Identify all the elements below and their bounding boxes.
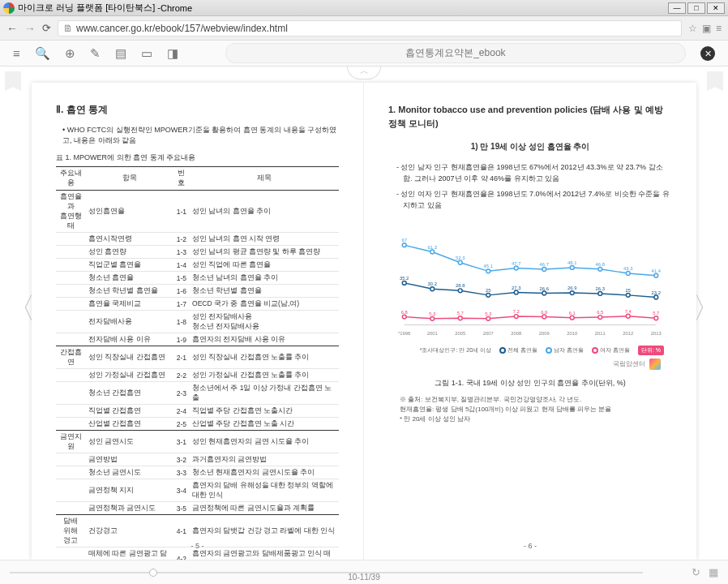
table-cell: 청소년 남녀의 흡연율 추이 (190, 272, 339, 285)
window-close-button[interactable]: ✕ (707, 2, 725, 14)
next-page-button[interactable]: 〉 (692, 289, 722, 328)
star-icon[interactable]: ☆ (688, 23, 697, 34)
svg-text:7.4: 7.4 (625, 309, 632, 314)
table-cell: 직업별 간접흡연 (86, 405, 173, 418)
table-cell: 청소년에서 주 1일 이상 가정내 간접흡연 노출 (190, 382, 339, 405)
page-indicator: 10-11/39 (348, 573, 379, 582)
bookmark-right-icon[interactable] (707, 71, 723, 91)
table-row: 흡연율과 흡연행태성인흡연율1-1성인 남녀의 흡연율 추이 (56, 191, 339, 233)
slider-thumb-icon[interactable] (149, 569, 157, 577)
svg-text:25: 25 (626, 288, 631, 293)
table-cell: 금연정책에 따른 금연시도율과 계획률 (190, 502, 339, 515)
svg-text:47.7: 47.7 (512, 261, 520, 266)
table-header: 번호 (173, 167, 190, 191)
extension-icon[interactable]: ▣ (702, 23, 711, 34)
svg-text:61.3: 61.3 (428, 245, 437, 250)
table-cell: 1-5 (173, 272, 190, 285)
svg-point-33 (430, 287, 435, 291)
table-cell: 성인 가정실내 간접흡연 (86, 369, 173, 382)
table-cell: 청소년 금연시도 (86, 466, 173, 479)
table-cell: 1-6 (173, 285, 190, 298)
reload-icon[interactable]: ⟳ (42, 22, 51, 34)
table-row: 전자담배 사용 이유1-9흡연자의 전자담배 사용 이유 (56, 333, 339, 346)
menu-icon[interactable]: ≡ (716, 23, 722, 34)
table-row: 직업별 간접흡연2-4직업별 주당 간접흡연 노출시간 (56, 405, 339, 418)
page-number-left: - 5 - (32, 542, 363, 550)
svg-text:5.7: 5.7 (457, 311, 464, 316)
svg-point-53 (430, 316, 435, 320)
svg-text:5.7: 5.7 (653, 311, 659, 316)
search-icon[interactable]: 🔍 (35, 46, 50, 61)
table-cell (56, 418, 86, 431)
page-left: Ⅱ. 흡연 통계 • WHO FCTC의 실행전략인 MPOWER기준을 활용하… (32, 83, 364, 560)
table-cell: 금연방법 (86, 453, 173, 466)
close-doc-button[interactable]: ✕ (700, 46, 715, 61)
url-field[interactable]: 🗎 www.cancer.go.kr/ebook/157/webview/ind… (58, 20, 682, 36)
svg-point-25 (598, 267, 602, 271)
svg-point-13 (430, 250, 435, 254)
table-row: 성인 가정실내 간접흡연2-2성인 가정실내 간접흡연 노출률 추이 (56, 369, 339, 382)
table-cell: 성인 남녀의 흡연 시작 연령 (190, 233, 339, 246)
table-cell: 청소년 학년별 흡연율 (86, 285, 173, 298)
table-cell: 흡연자의 담배 유해성을 대한 정부의 역할에 대한 인식 (190, 479, 339, 502)
table-cell: 2-4 (173, 405, 190, 418)
table-cell: 1-3 (173, 246, 190, 259)
page-number-right: - 6 - (364, 542, 696, 550)
table-cell: 금연정책과 금연시도 (86, 502, 173, 515)
svg-point-37 (486, 293, 490, 297)
page-area: ︿ 〈 〉 Ⅱ. 흡연 통계 • WHO FCTC의 실행전략인 MPOWER기… (0, 67, 728, 560)
table-row: 청소년 금연시도3-3청소년 현재흡연자의 금연시도율 추이 (56, 466, 339, 479)
svg-text:27.3: 27.3 (512, 286, 520, 290)
dual-page-icon[interactable]: ◨ (167, 46, 178, 61)
bookmark-left-icon[interactable] (5, 71, 21, 91)
nav-forward-icon[interactable]: → (24, 22, 36, 35)
svg-text:2007: 2007 (483, 331, 494, 336)
single-page-icon[interactable]: ▭ (141, 46, 152, 61)
svg-point-67 (626, 314, 630, 318)
note-2: 현재흡연율: 평생 담배 5갑(100개비) 이상 피웠고 현재 담배를 피우는… (400, 405, 672, 414)
svg-text:41.4: 41.4 (652, 268, 662, 273)
table-cell (56, 233, 86, 246)
window-title-prefix: 마이크로 러닝 플랫폼 [타이탄북스] - (18, 2, 161, 14)
svg-text:2008: 2008 (511, 331, 521, 336)
window-maximize-button[interactable]: □ (687, 2, 705, 14)
grid-icon[interactable]: ▦ (709, 566, 718, 578)
svg-point-45 (598, 292, 602, 296)
refresh-icon[interactable]: ↻ (692, 566, 700, 578)
table-cell: 성인 직장실내 간접흡연 (86, 346, 173, 369)
chrome-favicon-icon (3, 2, 15, 14)
table-cell: 3-3 (173, 466, 190, 479)
page-icon: 🗎 (63, 23, 73, 34)
browser-titlebar: 마이크로 러닝 플랫폼 [타이탄북스] - Chrome — □ ✕ (0, 0, 728, 16)
svg-text:28.8: 28.8 (456, 283, 465, 288)
table-cell (56, 333, 86, 346)
section-title: Ⅱ. 흡연 통계 (56, 103, 339, 117)
table-cell (56, 272, 86, 285)
window-minimize-button[interactable]: — (668, 2, 686, 14)
svg-point-61 (542, 315, 546, 319)
svg-point-63 (570, 316, 574, 320)
add-icon[interactable]: ⊕ (65, 46, 75, 61)
svg-text:5.3: 5.3 (485, 311, 491, 316)
table-cell (56, 382, 86, 405)
table-cell: 2-1 (173, 346, 190, 369)
list-icon[interactable]: ▤ (115, 46, 126, 61)
svg-text:48.1: 48.1 (567, 260, 576, 265)
table-cell: 흡연율 국제비교 (86, 298, 173, 311)
svg-text:2013: 2013 (651, 331, 662, 336)
page-slider[interactable] (10, 572, 643, 573)
nav-back-icon[interactable]: ← (6, 22, 18, 35)
table-cell: 3-2 (173, 453, 190, 466)
bullet-2: - 성인 여자 인구 현재흡연율은 1998년도 7.0%에서 2012년 7.… (396, 189, 672, 211)
top-handle-icon[interactable]: ︿ (347, 67, 381, 79)
table-cell (56, 453, 86, 466)
note-3: * 만 20세 이상 성인 남자 (400, 414, 672, 424)
index-table: 주요내용항목번호제목 흡연율과 흡연행태성인흡연율1-1성인 남녀의 흡연율 추… (56, 166, 339, 584)
svg-text:7.2: 7.2 (513, 309, 520, 314)
page-spread: Ⅱ. 흡연 통계 • WHO FCTC의 실행전략인 MPOWER기준을 활용하… (32, 83, 696, 560)
edit-icon[interactable]: ✎ (90, 46, 101, 61)
legend-female: 여자 흡연율 (600, 347, 630, 353)
hamburger-icon[interactable]: ≡ (13, 46, 20, 60)
table-cell: 2-5 (173, 418, 190, 431)
table-cell: 흡연자의 전자담배 사용 이유 (190, 333, 339, 346)
